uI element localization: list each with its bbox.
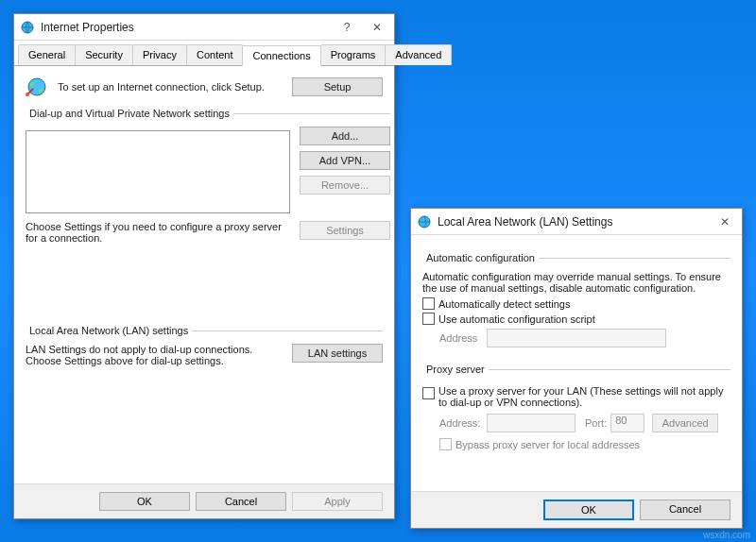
lan-settings-window: Local Area Network (LAN) Settings ✕ Auto… bbox=[410, 208, 743, 529]
proxy-legend: Proxy server bbox=[422, 364, 489, 375]
lan-fieldset: Local Area Network (LAN) settings LAN Se… bbox=[26, 325, 383, 366]
lan-hint: LAN Settings do not apply to dial-up con… bbox=[26, 344, 283, 366]
lan-legend: Local Area Network (LAN) settings bbox=[26, 325, 192, 336]
proxy-port-input: 80 bbox=[610, 414, 644, 432]
remove-button: Remove... bbox=[300, 176, 390, 195]
tab-general[interactable]: General bbox=[18, 44, 76, 65]
watermark: wsxdn.com bbox=[703, 530, 750, 540]
lan-titlebar: Local Area Network (LAN) Settings ✕ bbox=[411, 209, 742, 235]
close-button[interactable]: ✕ bbox=[362, 16, 392, 39]
lan-window-title: Local Area Network (LAN) Settings bbox=[438, 215, 710, 229]
proxy-address-label: Address: bbox=[439, 417, 487, 429]
add-vpn-button[interactable]: Add VPN... bbox=[300, 151, 390, 170]
dialup-legend: Dial-up and Virtual Private Network sett… bbox=[26, 108, 233, 119]
script-address-label: Address bbox=[439, 332, 487, 344]
help-button[interactable]: ? bbox=[332, 16, 362, 39]
proxy-address-input bbox=[487, 414, 576, 432]
proxy-use-checkbox[interactable] bbox=[422, 387, 435, 399]
setup-button[interactable]: Setup bbox=[292, 77, 383, 96]
proxy-port-label: Port: bbox=[585, 417, 607, 429]
tab-privacy[interactable]: Privacy bbox=[132, 44, 187, 65]
auto-script-checkbox[interactable] bbox=[422, 313, 435, 325]
bypass-checkbox bbox=[439, 438, 452, 450]
auto-detect-label: Automatically detect settings bbox=[438, 298, 570, 310]
lan-dialog-buttons: OK Cancel bbox=[411, 491, 742, 528]
settings-button: Settings bbox=[300, 221, 390, 240]
internet-icon bbox=[20, 20, 35, 35]
auto-config-fieldset: Automatic configuration Automatic config… bbox=[422, 252, 730, 350]
add-button[interactable]: Add... bbox=[300, 127, 390, 145]
cancel-button[interactable]: Cancel bbox=[196, 492, 286, 511]
titlebar: Internet Properties ? ✕ bbox=[14, 14, 394, 41]
setup-text: To set up an Internet connection, click … bbox=[58, 81, 283, 93]
lan-cancel-button[interactable]: Cancel bbox=[640, 500, 730, 520]
auto-config-legend: Automatic configuration bbox=[422, 252, 539, 263]
internet-properties-window: Internet Properties ? ✕ General Security… bbox=[13, 13, 395, 519]
svg-point-2 bbox=[26, 93, 29, 96]
tab-content[interactable]: Content bbox=[186, 44, 244, 65]
window-title: Internet Properties bbox=[41, 21, 332, 34]
auto-config-desc: Automatic configuration may override man… bbox=[422, 271, 730, 294]
tab-security[interactable]: Security bbox=[75, 44, 133, 65]
lan-settings-button[interactable]: LAN settings bbox=[292, 344, 383, 363]
dialup-fieldset: Dial-up and Virtual Private Network sett… bbox=[26, 108, 390, 244]
lan-ok-button[interactable]: OK bbox=[543, 500, 634, 520]
globe-icon bbox=[26, 76, 48, 98]
tab-programs[interactable]: Programs bbox=[320, 44, 387, 65]
proxy-fieldset: Proxy server Use a proxy server for your… bbox=[422, 364, 730, 453]
proxy-use-label: Use a proxy server for your LAN (These s… bbox=[438, 385, 730, 408]
tab-connections[interactable]: Connections bbox=[242, 45, 320, 66]
dialup-list[interactable] bbox=[26, 130, 290, 213]
apply-button: Apply bbox=[292, 492, 383, 511]
lan-close-button[interactable]: ✕ bbox=[710, 211, 740, 233]
proxy-advanced-button: Advanced bbox=[652, 414, 718, 432]
ok-button[interactable]: OK bbox=[99, 492, 190, 511]
dialog-buttons: OK Cancel Apply bbox=[14, 483, 394, 518]
script-address-input bbox=[487, 329, 666, 347]
auto-detect-checkbox[interactable] bbox=[422, 297, 435, 310]
proxy-hint: Choose Settings if you need to configure… bbox=[26, 221, 290, 244]
svg-point-1 bbox=[28, 78, 45, 95]
bypass-label: Bypass proxy server for local addresses bbox=[455, 439, 640, 450]
tab-advanced[interactable]: Advanced bbox=[385, 44, 452, 65]
tab-strip: General Security Privacy Content Connect… bbox=[14, 41, 394, 66]
auto-script-label: Use automatic configuration script bbox=[438, 313, 595, 325]
globe-icon bbox=[417, 214, 432, 229]
